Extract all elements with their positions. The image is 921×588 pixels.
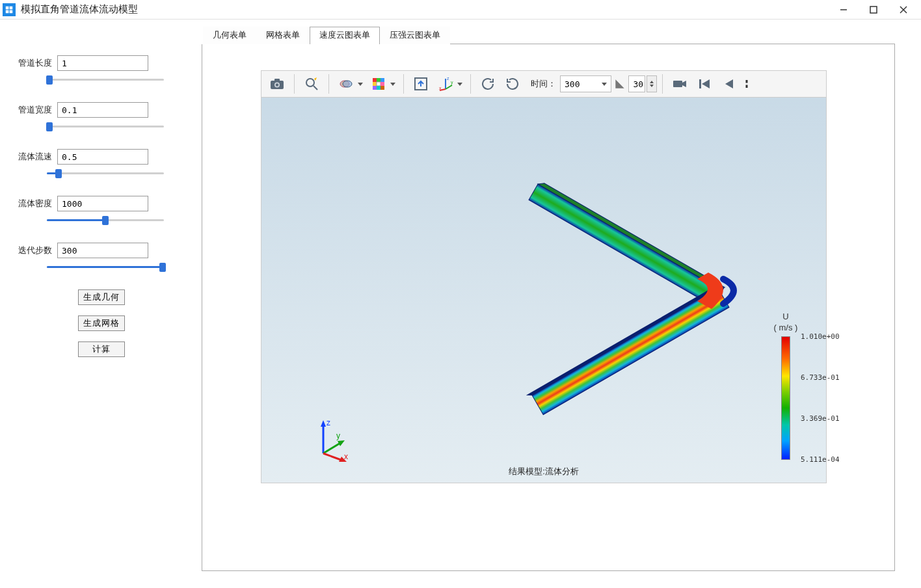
svg-rect-9	[274, 79, 280, 81]
axes-icon[interactable]: zyx	[434, 73, 457, 95]
svg-line-13	[314, 86, 317, 90]
pipe-render	[502, 188, 762, 435]
iter-steps-slider[interactable]	[47, 261, 164, 274]
viewer-frame: zyx 时间： 300	[202, 44, 895, 571]
record-icon[interactable]	[668, 73, 691, 95]
legend-unit: ( m/s )	[753, 323, 818, 332]
iter-steps-input[interactable]	[57, 243, 148, 258]
svg-marker-38	[526, 286, 718, 398]
window-title: 模拟直角管道流体流动模型	[21, 3, 138, 16]
tab-bar: 几何表单 网格表单 速度云图表单 压强云图表单	[203, 26, 895, 44]
fluid-speed-slider[interactable]	[47, 167, 164, 180]
viewer-area: 几何表单 网格表单 速度云图表单 压强云图表单	[202, 20, 921, 588]
legend-tick: 3.369e-01	[801, 414, 840, 423]
svg-rect-23	[377, 86, 380, 90]
more-toolbar-icon[interactable]	[742, 73, 755, 95]
param-fluid-speed: 流体流速	[13, 149, 189, 165]
svg-text:y: y	[451, 80, 453, 85]
generate-mesh-button[interactable]: 生成网格	[78, 315, 125, 331]
svg-rect-16	[373, 78, 377, 82]
frame-end-icon[interactable]	[613, 73, 627, 95]
param-fluid-density: 流体密度	[13, 196, 189, 211]
legend-tick: 1.010e+00	[801, 332, 840, 341]
fluid-speed-input[interactable]	[57, 149, 148, 165]
svg-rect-22	[373, 86, 377, 90]
legend-ticks: 1.010e+00 6.733e-01 3.369e-01 5.111e-04	[801, 332, 840, 464]
legend-tick: 6.733e-01	[801, 373, 840, 382]
minimize-button[interactable]	[829, 0, 859, 20]
frame-stepper[interactable]	[647, 75, 657, 92]
generate-geometry-button[interactable]: 生成几何	[78, 289, 125, 305]
frame-input[interactable]: 30	[628, 75, 645, 92]
svg-point-11	[276, 83, 278, 86]
svg-rect-34	[529, 184, 718, 304]
pipe-length-label: 管道长度	[13, 57, 52, 69]
svg-rect-21	[380, 82, 384, 86]
svg-rect-20	[377, 82, 380, 86]
rotate-ccw-icon[interactable]	[501, 73, 524, 95]
iter-steps-label: 迭代步数	[13, 245, 52, 256]
fluid-speed-label: 流体流速	[13, 151, 52, 163]
legend-tick: 5.111e-04	[801, 455, 840, 464]
axis-y-label: y	[336, 431, 340, 440]
parameter-panel: 管道长度 管道宽度 流体流速 流体密度 迭代步数	[0, 20, 202, 588]
close-button[interactable]	[888, 0, 918, 20]
pipe-width-slider[interactable]	[47, 120, 164, 133]
axis-z-label: z	[327, 418, 330, 427]
axis-x-label: x	[344, 452, 348, 461]
transparency-icon[interactable]	[334, 73, 358, 95]
svg-line-41	[323, 442, 341, 453]
fluid-density-label: 流体密度	[13, 198, 52, 209]
svg-line-27	[446, 85, 452, 89]
tab-velocity-contour[interactable]: 速度云图表单	[310, 27, 380, 44]
svg-text:x: x	[439, 86, 442, 90]
svg-rect-3	[10, 10, 13, 13]
prev-frame-icon[interactable]	[717, 73, 741, 95]
svg-rect-17	[377, 78, 380, 82]
transparency-dropdown-icon[interactable]	[358, 83, 363, 86]
tab-pressure-contour[interactable]: 压强云图表单	[380, 27, 450, 44]
tab-geometry[interactable]: 几何表单	[203, 27, 256, 44]
pipe-width-label: 管道宽度	[13, 104, 52, 116]
axes-dropdown-icon[interactable]	[457, 83, 462, 86]
viewer-3d[interactable]: zyx 时间： 300	[261, 70, 827, 483]
svg-marker-35	[538, 181, 725, 291]
zoom-icon[interactable]	[300, 73, 323, 95]
time-value: 300	[565, 79, 580, 89]
fit-view-icon[interactable]	[409, 73, 433, 95]
viewer-toolbar: zyx 时间： 300	[261, 70, 827, 98]
pipe-width-input[interactable]	[57, 102, 148, 118]
fluid-density-slider[interactable]	[47, 214, 164, 227]
fluid-density-input[interactable]	[57, 196, 148, 211]
svg-rect-1	[10, 6, 13, 9]
svg-rect-18	[380, 78, 384, 82]
svg-rect-19	[373, 82, 377, 86]
rotate-cw-icon[interactable]	[476, 73, 500, 95]
svg-rect-2	[6, 10, 9, 13]
time-dropdown[interactable]: 300	[560, 75, 611, 92]
tab-mesh[interactable]: 网格表单	[256, 27, 310, 44]
time-label: 时间：	[531, 78, 556, 90]
svg-rect-24	[380, 86, 384, 90]
svg-rect-32	[673, 81, 682, 87]
legend-title: U	[753, 312, 818, 321]
param-pipe-length: 管道长度	[13, 55, 189, 71]
compute-button[interactable]: 计算	[78, 341, 125, 357]
first-frame-icon[interactable]	[693, 73, 716, 95]
svg-rect-37	[532, 288, 729, 414]
axis-triad: z y x	[310, 418, 356, 463]
svg-text:z: z	[447, 76, 449, 81]
app-icon	[3, 3, 16, 16]
pipe-length-slider[interactable]	[47, 74, 164, 87]
legend-bar	[781, 336, 790, 460]
svg-point-15	[343, 81, 352, 87]
param-pipe-width: 管道宽度	[13, 102, 189, 118]
colormap-icon[interactable]	[367, 73, 390, 95]
pipe-length-input[interactable]	[57, 55, 148, 71]
frame-value: 30	[633, 79, 643, 89]
snapshot-icon[interactable]	[265, 73, 289, 95]
svg-rect-33	[699, 79, 701, 88]
viewer-caption: 结果模型:流体分析	[261, 466, 826, 477]
colormap-dropdown-icon[interactable]	[390, 83, 395, 86]
maximize-button[interactable]	[859, 0, 888, 20]
